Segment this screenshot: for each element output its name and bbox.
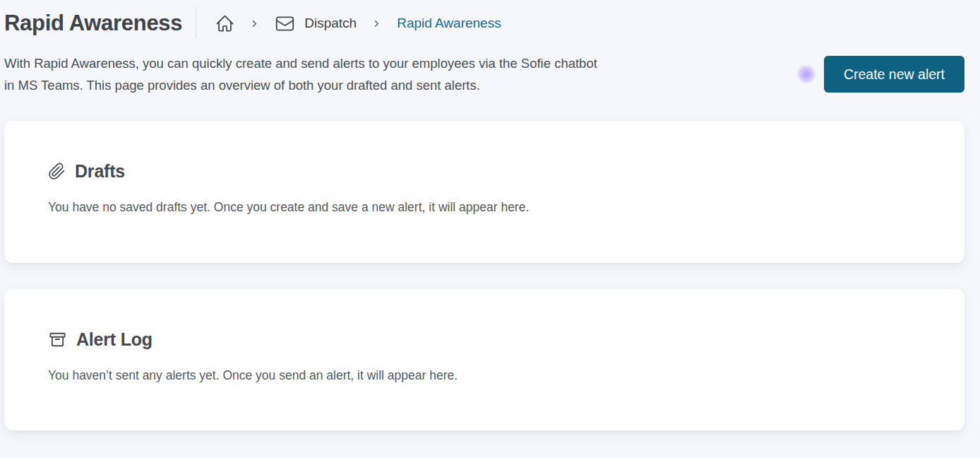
drafts-card-header: Drafts (48, 161, 936, 182)
alert-log-card-header: Alert Log (48, 329, 936, 350)
breadcrumb-item-home[interactable] (215, 14, 234, 33)
chevron-right-icon (249, 18, 260, 29)
breadcrumb-label-current: Rapid Awareness (397, 16, 501, 31)
alert-log-card: Alert Log You haven’t sent any alerts ye… (4, 289, 964, 430)
breadcrumb: Dispatch Rapid Awareness (196, 8, 501, 39)
page-title: Rapid Awareness (4, 11, 182, 36)
alert-log-card-title: Alert Log (76, 329, 153, 350)
archive-box-icon (48, 330, 67, 349)
breadcrumb-item-current[interactable]: Rapid Awareness (397, 16, 501, 31)
mail-icon (275, 13, 295, 34)
drafts-empty-state-text: You have no saved drafts yet. Once you c… (48, 199, 936, 216)
paperclip-icon (48, 163, 66, 180)
create-new-alert-button[interactable]: Create new alert (824, 56, 964, 93)
alert-log-empty-state-text: You haven’t sent any alerts yet. Once yo… (48, 367, 936, 384)
breadcrumb-label-dispatch: Dispatch (304, 16, 357, 31)
intro-actions: Create new alert (797, 56, 964, 93)
cursor-highlight-dot (797, 65, 815, 83)
intro-section: With Rapid Awareness, you can quickly cr… (0, 52, 980, 96)
home-icon (215, 14, 234, 33)
drafts-card: Drafts You have no saved drafts yet. Onc… (4, 121, 964, 263)
chevron-right-icon (371, 18, 382, 29)
breadcrumb-item-dispatch[interactable]: Dispatch (275, 13, 357, 34)
drafts-card-title: Drafts (75, 161, 125, 182)
page-description: With Rapid Awareness, you can quickly cr… (4, 52, 602, 96)
page-header: Rapid Awareness Dispatch (0, 0, 980, 41)
